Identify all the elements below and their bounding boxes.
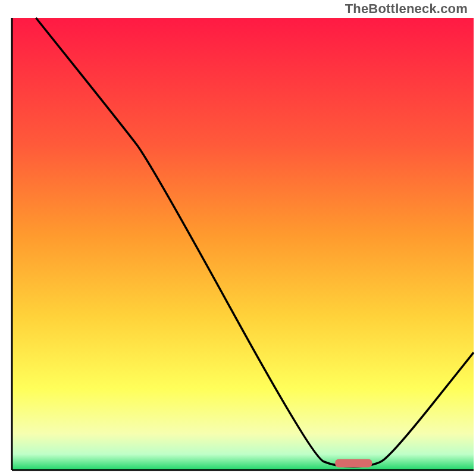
optimum-marker [335, 459, 372, 468]
bottleneck-chart [0, 0, 476, 476]
chart-gradient-background [12, 18, 474, 470]
